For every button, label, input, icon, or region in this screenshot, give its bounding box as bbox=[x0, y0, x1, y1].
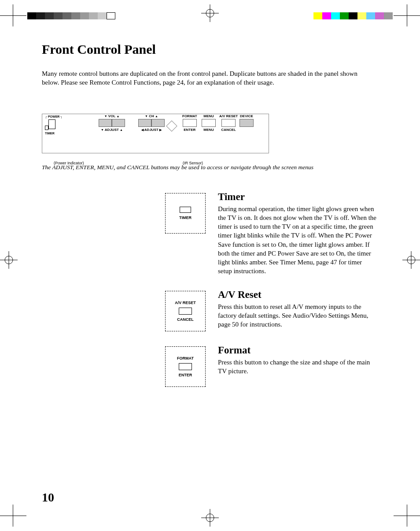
color-swatches bbox=[313, 12, 393, 19]
grayscale-swatches bbox=[27, 12, 115, 19]
cutout-top-label: A/V RESET bbox=[175, 301, 196, 305]
cutout-bottom-label: TIMER bbox=[179, 215, 192, 220]
vol-label: VOL bbox=[108, 114, 115, 118]
cutout-bottom-label: CANCEL bbox=[177, 317, 194, 322]
registration-cross-right bbox=[402, 251, 420, 269]
cutout-1: A/V RESETCANCEL bbox=[165, 291, 206, 331]
menu-label: MENU bbox=[203, 114, 214, 118]
section-body-text: Press this button to reset all A/V memor… bbox=[218, 302, 376, 329]
section-body-text: Press this button to change the size and… bbox=[218, 358, 376, 376]
page-number: 10 bbox=[42, 490, 54, 505]
menu2-label: MENU bbox=[203, 128, 214, 132]
cutout-0: TIMER bbox=[165, 193, 206, 234]
registration-cross-top bbox=[201, 4, 219, 22]
cutout-bottom-label: ENTER bbox=[179, 373, 192, 377]
led-icon bbox=[180, 207, 191, 213]
section-heading: Format bbox=[218, 345, 376, 356]
power-indicator-icon bbox=[45, 126, 48, 130]
page-title: Front Control Panel bbox=[42, 42, 376, 57]
timer-label: TIMER bbox=[45, 132, 55, 135]
ir-sensor-sublabel: (IR Sensor) bbox=[183, 161, 203, 165]
power-indicator-sublabel: (Power Indicator) bbox=[54, 161, 84, 165]
section-0: TIMERTimerDuring normal operation, the t… bbox=[165, 193, 376, 276]
crop-mark-br bbox=[394, 505, 420, 527]
button-icon bbox=[179, 363, 192, 370]
diagram-caption: The ADJUST, ENTER, MENU, and CANCEL butt… bbox=[42, 164, 376, 171]
crop-mark-bl bbox=[0, 505, 26, 527]
intro-text: Many remote control buttons are duplicat… bbox=[42, 69, 376, 87]
crop-mark-tr bbox=[394, 4, 420, 26]
button-icon bbox=[179, 308, 192, 315]
adjust-v-label: ADJUST bbox=[105, 128, 119, 132]
section-body-text: During normal operation, the timer light… bbox=[218, 204, 376, 276]
power-label: POWER bbox=[48, 115, 59, 118]
section-heading: A/V Reset bbox=[218, 289, 376, 301]
section-2: FORMATENTERFormatPress this button to ch… bbox=[165, 346, 376, 387]
adjust-h-label: ADJUST bbox=[144, 128, 158, 132]
cutout-2: FORMATENTER bbox=[165, 346, 206, 387]
crop-mark-tl bbox=[0, 4, 26, 26]
front-panel-diagram: ┌ POWER ┐ TIMER ▼ VOL ▲ ▼ ADJUST ▲ ▼ CH … bbox=[42, 114, 269, 153]
cancel-label: CANCEL bbox=[221, 128, 236, 132]
ir-sensor-icon bbox=[166, 120, 177, 131]
device-label: DEVICE bbox=[240, 114, 253, 118]
section-heading: Timer bbox=[218, 191, 376, 203]
avreset-label: A/V RESET bbox=[219, 114, 238, 118]
section-1: A/V RESETCANCELA/V ResetPress this butto… bbox=[165, 291, 376, 331]
power-button-icon bbox=[48, 119, 55, 129]
format-label: FORMAT bbox=[182, 114, 197, 118]
registration-cross-left bbox=[0, 251, 18, 269]
cutout-top-label: FORMAT bbox=[177, 356, 194, 360]
ch-label: CH bbox=[149, 114, 154, 118]
registration-cross-bottom bbox=[201, 509, 219, 527]
enter-label: ENTER bbox=[184, 128, 195, 132]
